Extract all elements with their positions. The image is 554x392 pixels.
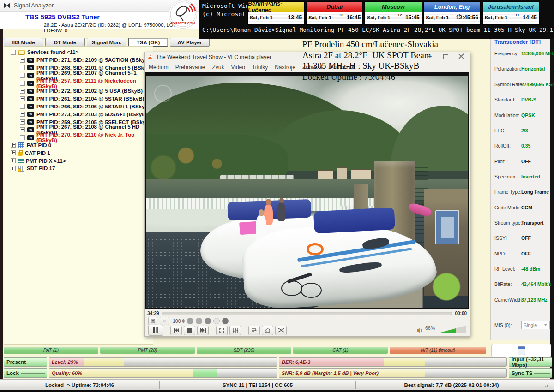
status-uptime: Locked -> Uptime: 73:04:46 bbox=[0, 380, 159, 390]
playlist-button[interactable] bbox=[248, 326, 260, 335]
vlc-controls: 34:29 00:00 100 bbox=[145, 309, 470, 336]
equalizer-button[interactable] bbox=[229, 326, 241, 335]
calculator-button[interactable] bbox=[491, 344, 551, 357]
service-label: PMT PID: 272, SID: 2102 @ 5 USA (BSkyB) bbox=[36, 88, 143, 94]
clock-city: Berlin-Paris-Lučenec bbox=[248, 2, 304, 12]
tree-sdt-row[interactable]: SDT PID 17 bbox=[4, 165, 153, 172]
mis-dropdown[interactable]: Single bbox=[521, 321, 550, 329]
snr-bar: SNR: 5,9 dB (Margin: 1,5 dB | Very Poor) bbox=[279, 368, 507, 378]
fullscreen-button[interactable] bbox=[216, 326, 228, 335]
tv-icon bbox=[27, 96, 34, 101]
expand-icon[interactable] bbox=[11, 166, 16, 171]
expand-icon[interactable] bbox=[11, 158, 16, 163]
time-total: 00:00 bbox=[455, 311, 467, 316]
menu-audio[interactable]: Zvuk bbox=[212, 64, 224, 71]
marker-dot[interactable] bbox=[196, 318, 202, 324]
next-button[interactable] bbox=[197, 326, 209, 335]
playlist-toggle-button[interactable] bbox=[148, 317, 157, 325]
tree-service-row[interactable]: PMT PID: 270, SID: 2110 @ Nick Jr. Too (… bbox=[4, 134, 153, 142]
expand-icon[interactable] bbox=[20, 73, 25, 78]
clock-city: London, Eng bbox=[424, 2, 480, 12]
console-line2: (c) Microsoft bbox=[202, 11, 249, 18]
transponder-header: Transponder [DT] bbox=[494, 39, 541, 44]
info-row: RF Level:-48 dBm bbox=[494, 266, 548, 273]
expand-icon[interactable] bbox=[20, 112, 25, 117]
menu-video[interactable]: Video bbox=[231, 64, 245, 71]
zoom-spinner[interactable]: 100 bbox=[173, 318, 185, 324]
expand-icon[interactable] bbox=[20, 127, 25, 132]
marker-dot[interactable] bbox=[187, 318, 193, 324]
marker-dot[interactable] bbox=[205, 318, 211, 324]
clock-dubai: Dubai Sat, Feb 1 +3 16:45 bbox=[306, 1, 363, 25]
tree-service-row[interactable]: PMT PID: 272, SID: 2102 @ 5 USA (BSkyB) bbox=[4, 87, 153, 95]
console-line1: Microsoft Wind bbox=[202, 2, 253, 9]
bimini-canopy bbox=[313, 208, 396, 234]
analyzer-app-icon bbox=[4, 3, 10, 8]
analyzer-window-title: Signal Analyzer bbox=[14, 2, 54, 9]
tab-bs-mode[interactable]: BS Mode bbox=[4, 38, 43, 47]
zoom-value: 100 bbox=[173, 318, 181, 324]
tree-service-row[interactable]: PMT PID: 273, SID: 2103 @ 5USA+1 (BSkyB) bbox=[4, 110, 153, 118]
info-row: Spectrum:Inverted bbox=[494, 174, 548, 180]
clock-offset: +2 bbox=[397, 13, 402, 17]
expand-icon[interactable] bbox=[20, 104, 25, 109]
tv-icon bbox=[27, 81, 34, 86]
tree-service-row[interactable]: PMT PID: 261, SID: 2104 @ 5STAR (BSkyB) bbox=[4, 95, 153, 103]
resize-grip[interactable] bbox=[545, 383, 549, 388]
services-tree: Services found <11> PMT PID: 271, SID: 2… bbox=[4, 46, 153, 345]
window-edge-left bbox=[0, 29, 3, 392]
expand-icon[interactable] bbox=[20, 96, 25, 101]
expand-icon[interactable] bbox=[11, 143, 16, 148]
clock-london: London, Eng Sat, Feb 1 -1 12:45:56 bbox=[423, 1, 481, 25]
calculator-icon bbox=[518, 346, 525, 355]
info-row: Polarization:Horizontal bbox=[494, 66, 548, 72]
expand-icon[interactable] bbox=[20, 89, 25, 94]
tree-service-row[interactable]: PMT PID: 266, SID: 2106 @ 5STAR+1 (BSkyB… bbox=[4, 103, 153, 111]
clock-value: 12:45:56 bbox=[456, 14, 478, 21]
status-best-signal: Best signal: 7,7 dB (2025-02-01 00:34) bbox=[356, 380, 547, 390]
tv-icon bbox=[27, 112, 34, 117]
tab-dt-mode[interactable]: DT Mode bbox=[45, 38, 85, 47]
expand-icon[interactable] bbox=[20, 81, 25, 86]
info-row: BitRate:42,464 Mbit/s bbox=[494, 281, 548, 288]
cat-bar: CAT (1) bbox=[293, 347, 388, 354]
tab-signal-mon[interactable]: Signal Mon. bbox=[87, 38, 126, 47]
input-indicator: Input (~32,31 Mbps) bbox=[509, 357, 552, 367]
expand-icon[interactable] bbox=[20, 119, 25, 125]
menu-tools[interactable]: Nástroje bbox=[275, 64, 295, 71]
volume-slider[interactable] bbox=[437, 326, 466, 333]
clock-moscow: Moscow Sat, Feb 1 +2 15:45 bbox=[364, 1, 422, 25]
tree-service-row[interactable]: PMT PID: 257, SID: 2111 @ Nickelodeon (B… bbox=[4, 79, 153, 87]
expand-icon[interactable] bbox=[11, 150, 16, 155]
tree-cat-row[interactable]: CAT PID 1 bbox=[4, 149, 153, 157]
volume-control[interactable]: 66% bbox=[417, 325, 466, 333]
shuffle-button[interactable] bbox=[275, 326, 287, 335]
tab-tsa[interactable]: TSA (OK) bbox=[128, 38, 168, 47]
pink-kayak bbox=[408, 202, 433, 218]
service-label: PMT PID: 257, SID: 2111 @ Nickelodeon (B… bbox=[36, 78, 153, 89]
collapse-icon[interactable] bbox=[11, 50, 16, 55]
ber-bar: BER: 6,4E-3 bbox=[279, 357, 507, 367]
marker-dot[interactable] bbox=[222, 318, 229, 324]
tree-service-row[interactable]: PMT PID: 271, SID: 2109 @ 5ACTION (BSkyB… bbox=[4, 56, 153, 64]
video-area[interactable] bbox=[145, 72, 469, 310]
tree-root[interactable]: Services found <11> bbox=[4, 48, 153, 56]
loop-button[interactable] bbox=[262, 326, 273, 335]
expand-icon[interactable] bbox=[20, 135, 25, 140]
menu-subtitles[interactable]: Titulky bbox=[252, 64, 268, 71]
expand-icon[interactable] bbox=[20, 65, 25, 70]
caption-line: 11 305 MHz-H : Sky UK-BSkyB bbox=[302, 60, 496, 71]
sync-ts-indicator: Sync TS bbox=[509, 368, 552, 378]
menu-playback[interactable]: Prehrávanie bbox=[175, 64, 205, 71]
expand-icon[interactable] bbox=[20, 58, 25, 63]
stop-button[interactable] bbox=[184, 326, 195, 335]
marker-dot[interactable] bbox=[213, 318, 220, 324]
previous-button[interactable] bbox=[170, 326, 182, 335]
menu-media[interactable]: Médium bbox=[149, 64, 169, 71]
service-label: PMT PID: 271, SID: 2109 @ 5ACTION (BSkyB… bbox=[36, 57, 151, 63]
extended-settings-button[interactable] bbox=[160, 317, 169, 325]
quality-bar: Quality: 60% bbox=[49, 368, 277, 378]
tree-pmt-row[interactable]: PMT PID X <11> bbox=[4, 157, 153, 165]
seek-bar[interactable] bbox=[162, 312, 452, 315]
pause-button[interactable] bbox=[148, 325, 163, 336]
